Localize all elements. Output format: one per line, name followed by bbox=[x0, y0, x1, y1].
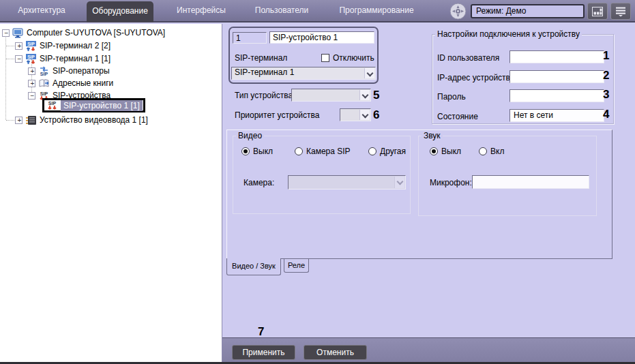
radio-icon[interactable] bbox=[295, 147, 303, 155]
sip-operators-icon: SIP bbox=[38, 66, 50, 76]
svg-text:SIP: SIP bbox=[27, 54, 35, 59]
callout-3: 3 bbox=[603, 88, 609, 102]
callout-6: 6 bbox=[373, 108, 379, 122]
app-window: Архитектура Оборудование Интерфейсы Поль… bbox=[0, 0, 635, 364]
object-id-field[interactable] bbox=[233, 32, 267, 44]
password-field[interactable] bbox=[510, 89, 604, 102]
tree-item-sip-terminal-2[interactable]: SIP SIP-терминал 2 [2] bbox=[15, 40, 110, 52]
chevron-down-icon[interactable] bbox=[359, 110, 370, 120]
expander-plus-icon[interactable] bbox=[28, 80, 35, 87]
device-priority-select[interactable] bbox=[340, 108, 371, 121]
mode-field[interactable]: Режим: Демо bbox=[471, 4, 585, 18]
menu-equipment[interactable]: Оборудование bbox=[87, 1, 153, 22]
video-other-radio-item[interactable]: Другая bbox=[368, 147, 406, 156]
ip-address-label: IP-адрес устройства bbox=[437, 73, 515, 82]
chevron-down-icon bbox=[394, 177, 404, 188]
password-label: Пароль bbox=[437, 92, 466, 102]
tree-connector bbox=[6, 59, 14, 59]
tree-item-sip-terminal-1[interactable]: SIP SIP-терминал 1 [1] bbox=[15, 52, 110, 65]
tree-connector bbox=[6, 120, 14, 121]
sip-terminal-icon: SIP bbox=[25, 41, 37, 51]
video-capture-device-icon bbox=[25, 115, 37, 125]
sound-off-radio-item[interactable]: Выкл bbox=[430, 147, 461, 156]
expander-plus-icon[interactable] bbox=[15, 117, 23, 124]
chevron-down-icon[interactable] bbox=[364, 68, 374, 78]
chevron-down-icon[interactable] bbox=[359, 90, 370, 100]
camera-select[interactable] bbox=[288, 175, 406, 189]
camera-label: Камера: bbox=[243, 178, 274, 187]
tree-item-sip-device-1-selected[interactable]: SIP-устройство 1 [1] bbox=[61, 100, 143, 111]
sip-device-icon: SIP bbox=[46, 100, 58, 110]
callout-2: 2 bbox=[603, 69, 609, 82]
video-sound-tab-page: Видео Выкл Камера SIP Другая Камера: Зву… bbox=[226, 130, 612, 259]
sound-on-label: Вкл bbox=[490, 147, 504, 156]
expander-plus-icon[interactable] bbox=[15, 42, 23, 50]
device-tree: Computer S-UYUTOVA [S-UYUTOVA] SIP SIP-т… bbox=[0, 24, 222, 362]
radio-checked-icon[interactable] bbox=[430, 147, 438, 155]
tree-item-label: SIP-операторы bbox=[53, 66, 110, 76]
parent-type-label: SIP-терминал bbox=[235, 53, 287, 63]
parent-select-value: SIP-терминал 1 bbox=[235, 67, 294, 77]
radio-icon[interactable] bbox=[479, 147, 487, 155]
microphone-label: Микрофон: bbox=[430, 178, 472, 187]
sound-on-radio-item[interactable]: Вкл bbox=[479, 147, 504, 156]
svg-text:SIP: SIP bbox=[48, 101, 57, 106]
state-value-field: Нет в сети bbox=[510, 109, 604, 122]
svg-text:SIP: SIP bbox=[40, 72, 48, 76]
ip-address-field[interactable] bbox=[510, 70, 604, 83]
video-sip-camera-label: Камера SIP bbox=[306, 147, 351, 156]
callout-4: 4 bbox=[603, 108, 609, 121]
expander-minus-icon[interactable] bbox=[28, 92, 35, 100]
device-type-label: Тип устройства bbox=[235, 91, 293, 100]
device-priority-label: Приоритет устройства bbox=[235, 110, 319, 120]
layout-grid-button[interactable] bbox=[587, 3, 608, 20]
sound-off-label: Выкл bbox=[441, 147, 461, 156]
tree-item-sip-device-1-annotation-box[interactable]: SIP SIP-устройство 1 [1] bbox=[42, 98, 145, 112]
menu-interfaces[interactable]: Интерфейсы bbox=[169, 0, 233, 21]
callout-7: 7 bbox=[258, 325, 264, 339]
device-type-select[interactable] bbox=[291, 89, 371, 102]
address-book-icon bbox=[38, 78, 50, 89]
gear-icon[interactable] bbox=[449, 3, 467, 20]
computer-icon bbox=[12, 28, 24, 38]
expander-minus-icon[interactable] bbox=[2, 29, 10, 37]
sound-group: Звук Выкл Вкл Микрофон: bbox=[418, 136, 597, 216]
radio-icon[interactable] bbox=[368, 147, 376, 155]
object-name-field[interactable] bbox=[269, 31, 374, 44]
tree-item-video-capture[interactable]: Устройство видеоввода 1 [1] bbox=[15, 114, 148, 126]
disable-checkbox-item[interactable]: Отключить bbox=[321, 53, 374, 63]
cancel-button[interactable]: Отменить bbox=[304, 345, 367, 360]
menu-lines-button[interactable] bbox=[610, 3, 631, 20]
video-off-radio-item[interactable]: Выкл bbox=[241, 147, 273, 156]
video-group-title: Видео bbox=[236, 131, 264, 140]
video-off-label: Выкл bbox=[253, 147, 273, 156]
svg-text:SIP: SIP bbox=[27, 41, 35, 46]
menu-lines-icon bbox=[615, 6, 626, 16]
apply-button[interactable]: Применить bbox=[232, 345, 295, 360]
video-sip-camera-radio-item[interactable]: Камера SIP bbox=[295, 147, 351, 156]
callout-5: 5 bbox=[373, 89, 379, 102]
tree-item-address-books[interactable]: Адресные книги bbox=[28, 77, 113, 89]
disable-checkbox[interactable] bbox=[321, 54, 329, 62]
expander-minus-icon[interactable] bbox=[15, 55, 23, 63]
parent-select[interactable]: SIP-терминал 1 bbox=[231, 67, 376, 80]
video-group: Видео Выкл Камера SIP Другая Камера: bbox=[233, 136, 411, 214]
microphone-field[interactable] bbox=[472, 175, 589, 189]
tab-relay[interactable]: Реле bbox=[284, 259, 309, 273]
menu-users[interactable]: Пользователи bbox=[250, 0, 314, 21]
expander-plus-icon[interactable] bbox=[28, 67, 35, 75]
tab-video-sound[interactable]: Видео / Звук bbox=[226, 258, 281, 275]
callout-1: 1 bbox=[603, 49, 609, 63]
tree-item-computer[interactable]: Computer S-UYUTOVA [S-UYUTOVA] bbox=[2, 27, 165, 39]
tree-item-label: Адресные книги bbox=[53, 78, 113, 88]
tree-item-label: SIP-терминал 2 [2] bbox=[40, 41, 110, 50]
menu-architecture[interactable]: Архитектура bbox=[14, 0, 70, 21]
menu-programming[interactable]: Программирование bbox=[332, 0, 421, 21]
footer-bar: Применить Отменить bbox=[222, 337, 635, 362]
tree-connector bbox=[6, 46, 14, 46]
menubar: Архитектура Оборудование Интерфейсы Поль… bbox=[0, 0, 635, 22]
radio-checked-icon[interactable] bbox=[241, 147, 250, 155]
tree-item-sip-operators[interactable]: SIP SIP-операторы bbox=[28, 65, 110, 77]
disable-label: Отключить bbox=[333, 53, 374, 63]
user-id-field[interactable] bbox=[510, 50, 604, 63]
